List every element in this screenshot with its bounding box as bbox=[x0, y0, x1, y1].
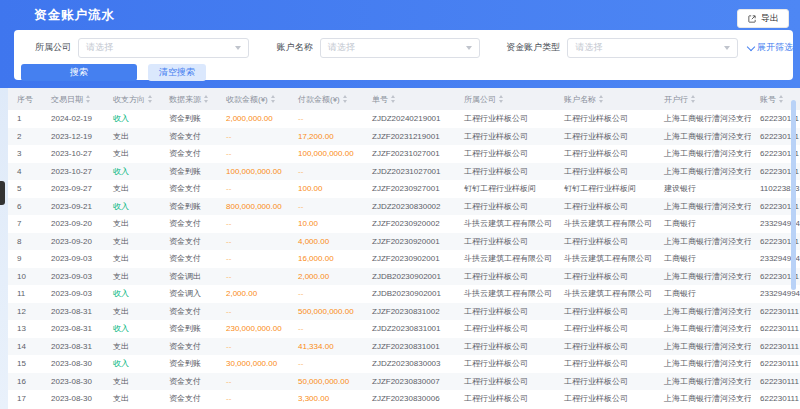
account-name-select[interactable]: 请选择 bbox=[320, 38, 480, 58]
cell-amount_in: -- bbox=[217, 184, 289, 193]
expand-filters-link[interactable]: 展开筛选 bbox=[748, 41, 793, 54]
cell-order_no: ZJZF20230920001 bbox=[363, 237, 455, 246]
cell-account_name: 钉钉工程行业样板间 bbox=[555, 183, 655, 194]
cell-amount_out: 3,300.00 bbox=[289, 394, 363, 403]
cell-account_name: 工程行业样板公司 bbox=[555, 376, 655, 387]
cell-order_no: ZJDZ20230830003 bbox=[363, 359, 455, 368]
cell-bank: 工商银行 bbox=[655, 288, 751, 299]
cell-company: 工程行业样板公司 bbox=[455, 148, 555, 159]
export-button[interactable]: 导出 bbox=[737, 9, 789, 28]
table-row: 132023-08-31收入资金到账230,000,000.00--ZJDZ20… bbox=[8, 320, 800, 338]
cell-amount_in: -- bbox=[217, 342, 289, 351]
cell-direction: 收入 bbox=[104, 323, 160, 334]
cell-amount_in: -- bbox=[217, 254, 289, 263]
sort-icon[interactable] bbox=[343, 93, 347, 105]
cell-index: 13 bbox=[8, 324, 42, 333]
sort-icon[interactable] bbox=[691, 93, 695, 105]
sort-icon[interactable] bbox=[499, 93, 503, 105]
col-header-order_no[interactable]: 单号 bbox=[363, 93, 455, 105]
sort-icon[interactable] bbox=[86, 93, 90, 105]
cell-amount_out: 500,000,000.00 bbox=[289, 307, 363, 316]
cell-index: 9 bbox=[8, 254, 42, 263]
cell-direction: 支出 bbox=[104, 393, 160, 404]
cell-company: 钉钉工程行业样板间 bbox=[455, 183, 555, 194]
table-row: 172023-08-30支出资金支付--3,300.00ZJZF20230830… bbox=[8, 390, 800, 408]
cell-company: 工程行业样板公司 bbox=[455, 236, 555, 247]
cell-amount_out: 16,000.00 bbox=[289, 254, 363, 263]
cell-amount_out: -- bbox=[289, 289, 363, 298]
cell-index: 1 bbox=[8, 114, 42, 123]
table-row: 62023-09-21收入资金到账800,000,000.00--ZJDZ202… bbox=[8, 198, 800, 216]
col-header-amount_out[interactable]: 付款金额(¥) bbox=[289, 93, 363, 105]
company-select[interactable]: 请选择 bbox=[78, 38, 249, 58]
col-header-direction[interactable]: 收支方向 bbox=[104, 93, 160, 105]
cell-source: 资金到账 bbox=[160, 166, 217, 177]
col-header-source[interactable]: 数据来源 bbox=[160, 93, 217, 105]
col-header-bank[interactable]: 开户行 bbox=[655, 93, 751, 105]
cell-index: 17 bbox=[8, 394, 42, 403]
account-type-select[interactable]: 请选择 bbox=[567, 38, 738, 58]
cell-order_no: ZJZF20231027001 bbox=[363, 149, 455, 158]
cell-date: 2023-08-30 bbox=[42, 359, 104, 368]
cell-index: 16 bbox=[8, 377, 42, 386]
cell-account_name: 工程行业样板公司 bbox=[555, 306, 655, 317]
cell-bank: 工商银行 bbox=[655, 253, 751, 264]
sort-icon[interactable] bbox=[271, 93, 275, 105]
col-header-label: 开户行 bbox=[664, 94, 688, 105]
sort-icon[interactable] bbox=[391, 93, 395, 105]
cell-amount_out: -- bbox=[289, 114, 363, 123]
cell-company: 工程行业样板公司 bbox=[455, 113, 555, 124]
cell-amount_in: 2,000,000.00 bbox=[217, 114, 289, 123]
floating-widget[interactable] bbox=[0, 181, 5, 205]
cell-account_no: 233294994 bbox=[751, 289, 800, 298]
cell-bank: 上海工商银行漕河泾支行 bbox=[655, 376, 751, 387]
cell-date: 2024-02-19 bbox=[42, 114, 104, 123]
sort-icon[interactable] bbox=[779, 93, 783, 105]
cell-date: 2023-09-03 bbox=[42, 289, 104, 298]
filter-panel: 所属公司 请选择 账户名称 请选择 资金账户类型 请选择 展开筛选 搜索 清空搜… bbox=[14, 30, 793, 80]
cell-amount_out: 41,334.00 bbox=[289, 342, 363, 351]
table-row: 152023-08-30收入资金到账30,000,000.00--ZJDZ202… bbox=[8, 355, 800, 373]
cell-index: 8 bbox=[8, 237, 42, 246]
filter-row: 所属公司 请选择 账户名称 请选择 资金账户类型 请选择 展开筛选 bbox=[14, 30, 793, 58]
col-header-account_name[interactable]: 账户名称 bbox=[555, 93, 655, 105]
cell-bank: 上海工商银行漕河泾支行 bbox=[655, 148, 751, 159]
sort-icon[interactable] bbox=[599, 93, 603, 105]
cell-company: 工程行业样板公司 bbox=[455, 376, 555, 387]
account-name-placeholder: 请选择 bbox=[328, 41, 355, 54]
account-type-placeholder: 请选择 bbox=[575, 41, 602, 54]
chevron-down-icon bbox=[747, 42, 755, 50]
cell-order_no: ZJZF20230920002 bbox=[363, 219, 455, 228]
cell-company: 斗拱云建筑工程有限公司 bbox=[455, 218, 555, 229]
cell-amount_in: -- bbox=[217, 307, 289, 316]
vertical-scrollbar-thumb[interactable] bbox=[791, 100, 796, 290]
col-header-label: 账户名称 bbox=[564, 94, 596, 105]
cell-date: 2023-09-03 bbox=[42, 254, 104, 263]
cell-bank: 上海工商银行漕河泾支行 bbox=[655, 306, 751, 317]
cell-amount_out: 17,200.00 bbox=[289, 132, 363, 141]
cell-order_no: ZJZF20230831001 bbox=[363, 342, 455, 351]
cell-source: 资金调出 bbox=[160, 271, 217, 282]
cell-bank: 建设银行 bbox=[655, 183, 751, 194]
table-row: 112023-09-03收入资金调入2,000.00--ZJDB20230902… bbox=[8, 285, 800, 303]
cell-source: 资金支付 bbox=[160, 376, 217, 387]
cell-date: 2023-08-31 bbox=[42, 307, 104, 316]
clear-search-button[interactable]: 清空搜索 bbox=[148, 64, 206, 81]
cell-account_no: 622230111 bbox=[751, 307, 800, 316]
chevron-down-icon bbox=[235, 46, 241, 53]
cell-account_name: 斗拱云建筑工程有限公司 bbox=[555, 288, 655, 299]
sort-icon[interactable] bbox=[148, 93, 152, 105]
cell-source: 资金支付 bbox=[160, 393, 217, 404]
cell-amount_out: 4,000.00 bbox=[289, 237, 363, 246]
cell-order_no: ZJDB20230902001 bbox=[363, 272, 455, 281]
col-header-amount_in[interactable]: 收款金额(¥) bbox=[217, 93, 289, 105]
cell-direction: 支出 bbox=[104, 376, 160, 387]
col-header-date[interactable]: 交易日期 bbox=[42, 93, 104, 105]
col-header-company[interactable]: 所属公司 bbox=[455, 93, 555, 105]
cell-direction: 支出 bbox=[104, 271, 160, 282]
filter-label-account-name: 账户名称 bbox=[277, 41, 313, 54]
search-button[interactable]: 搜索 bbox=[21, 64, 137, 81]
cell-index: 2 bbox=[8, 132, 42, 141]
cell-bank: 上海工商银行漕河泾支行 bbox=[655, 201, 751, 212]
sort-icon[interactable] bbox=[204, 93, 208, 105]
